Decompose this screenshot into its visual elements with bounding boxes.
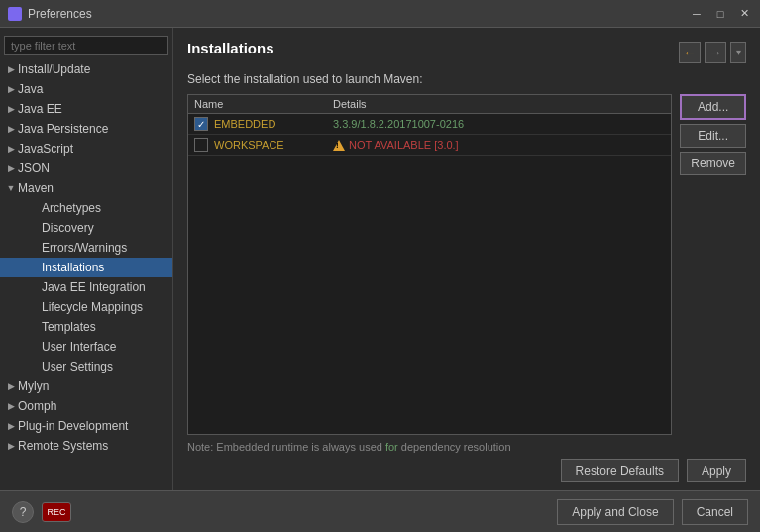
arrow-icon: ▶ <box>4 142 18 156</box>
sidebar-item-javascript[interactable]: ▶ JavaScript <box>0 139 172 159</box>
arrow-spacer <box>28 280 42 294</box>
sidebar-item-label: Install/Update <box>18 62 90 76</box>
footer-left: ? REC <box>12 501 549 523</box>
sidebar-item-installations[interactable]: Installations <box>0 258 172 277</box>
row-checkbox[interactable] <box>194 138 208 152</box>
arrow-icon: ▶ <box>4 439 18 453</box>
row-name: WORKSPACE <box>214 139 333 151</box>
sidebar-item-remote-systems[interactable]: ▶ Remote Systems <box>0 436 172 456</box>
arrow-spacer <box>28 221 42 235</box>
installations-table: Name Details ✓ EMBEDDED 3.3.9/1.8.2.2017… <box>187 94 672 435</box>
arrow-spacer <box>28 261 42 274</box>
sidebar-item-java-ee[interactable]: ▶ Java EE <box>0 99 172 119</box>
restore-defaults-button[interactable]: Restore Defaults <box>561 459 679 482</box>
sidebar-item-plugin-development[interactable]: ▶ Plug-in Development <box>0 416 172 436</box>
rec-button[interactable]: REC <box>42 502 71 522</box>
note-text: Note: Embedded runtime is always used fo… <box>187 441 746 453</box>
arrow-icon: ▶ <box>4 161 18 175</box>
sidebar-item-label: Discovery <box>42 221 94 235</box>
sidebar-item-java-persistence[interactable]: ▶ Java Persistence <box>0 119 172 139</box>
sidebar-item-archetypes[interactable]: Archetypes <box>0 198 172 218</box>
sidebar-item-label: JavaScript <box>18 142 73 156</box>
sidebar-item-label: Java Persistence <box>18 122 108 136</box>
arrow-icon: ▶ <box>4 82 18 96</box>
sidebar-item-label: Oomph <box>18 399 56 413</box>
add-button[interactable]: Add... <box>680 94 746 120</box>
arrow-icon: ▶ <box>4 399 18 413</box>
window-title: Preferences <box>28 7 689 21</box>
note-highlight: for <box>385 441 398 453</box>
row-details: NOT AVAILABLE [3.0.] <box>333 139 665 151</box>
arrow-icon: ▼ <box>4 181 18 195</box>
sidebar-item-lifecycle-mappings[interactable]: Lifecycle Mappings <box>0 297 172 317</box>
preferences-icon <box>8 7 22 21</box>
sidebar: ▶ Install/Update ▶ Java ▶ Java EE ▶ Java… <box>0 28 173 490</box>
sidebar-item-user-interface[interactable]: User Interface <box>0 337 172 357</box>
sidebar-item-maven[interactable]: ▼ Maven <box>0 178 172 198</box>
arrow-spacer <box>28 300 42 314</box>
arrow-spacer <box>28 320 42 334</box>
sidebar-item-label: Remote Systems <box>18 439 108 453</box>
sidebar-item-label: Lifecycle Mappings <box>42 300 143 314</box>
help-button[interactable]: ? <box>12 501 34 523</box>
sidebar-item-label: Java EE <box>18 102 62 116</box>
page-title: Installations <box>187 40 679 56</box>
apply-and-close-button[interactable]: Apply and Close <box>557 499 673 525</box>
sidebar-item-label: Java <box>18 82 43 96</box>
table-row[interactable]: ✓ EMBEDDED 3.3.9/1.8.2.20171007-0216 <box>188 114 671 135</box>
sidebar-item-label: JSON <box>18 161 50 175</box>
sidebar-item-label: Archetypes <box>42 201 101 215</box>
row-checkbox[interactable]: ✓ <box>194 117 208 131</box>
sidebar-item-java[interactable]: ▶ Java <box>0 79 172 99</box>
column-name-header: Name <box>194 98 333 110</box>
sidebar-item-label: Templates <box>42 320 96 334</box>
arrow-spacer <box>28 241 42 255</box>
arrow-icon: ▶ <box>4 379 18 393</box>
bottom-buttons: Restore Defaults Apply <box>187 459 746 482</box>
title-bar: Preferences ─ □ ✕ <box>0 0 760 28</box>
sidebar-item-label: User Settings <box>42 360 113 373</box>
sidebar-item-templates[interactable]: Templates <box>0 317 172 337</box>
row-name: EMBEDDED <box>214 118 333 130</box>
forward-button[interactable]: → <box>705 42 726 63</box>
nav-dropdown-button[interactable]: ▾ <box>730 42 746 63</box>
sidebar-item-oomph[interactable]: ▶ Oomph <box>0 396 172 416</box>
sidebar-item-label: Errors/Warnings <box>42 241 127 255</box>
warning-icon <box>333 140 345 151</box>
sidebar-item-discovery[interactable]: Discovery <box>0 218 172 238</box>
sidebar-item-label: Plug-in Development <box>18 419 128 433</box>
sidebar-item-mylyn[interactable]: ▶ Mylyn <box>0 376 172 396</box>
sidebar-item-label: User Interface <box>42 340 116 354</box>
cancel-button[interactable]: Cancel <box>682 499 748 525</box>
sidebar-item-errors-warnings[interactable]: Errors/Warnings <box>0 238 172 258</box>
remove-button[interactable]: Remove <box>680 152 746 175</box>
apply-button[interactable]: Apply <box>687 459 746 482</box>
arrow-spacer <box>28 360 42 373</box>
sidebar-item-install-update[interactable]: ▶ Install/Update <box>0 59 172 79</box>
window-controls: ─ □ ✕ <box>689 6 752 22</box>
filter-input[interactable] <box>4 36 168 55</box>
main-container: ▶ Install/Update ▶ Java ▶ Java EE ▶ Java… <box>0 28 760 490</box>
arrow-icon: ▶ <box>4 419 18 433</box>
table-row[interactable]: WORKSPACE NOT AVAILABLE [3.0.] <box>188 135 671 156</box>
arrow-spacer <box>28 201 42 215</box>
installations-panel: Name Details ✓ EMBEDDED 3.3.9/1.8.2.2017… <box>187 94 746 435</box>
sidebar-item-label: Java EE Integration <box>42 280 146 294</box>
back-button[interactable]: ← <box>679 42 701 63</box>
sidebar-item-label: Mylyn <box>18 379 49 393</box>
sidebar-item-java-ee-integration[interactable]: Java EE Integration <box>0 277 172 297</box>
minimize-button[interactable]: ─ <box>689 6 705 22</box>
sidebar-item-json[interactable]: ▶ JSON <box>0 159 172 178</box>
arrow-icon: ▶ <box>4 62 18 76</box>
arrow-spacer <box>28 340 42 354</box>
footer: ? REC Apply and Close Cancel <box>0 490 760 532</box>
edit-button[interactable]: Edit... <box>680 124 746 148</box>
sidebar-item-user-settings[interactable]: User Settings <box>0 357 172 376</box>
arrow-icon: ▶ <box>4 122 18 136</box>
sidebar-item-label: Maven <box>18 181 54 195</box>
column-details-header: Details <box>333 98 665 110</box>
table-header: Name Details <box>188 95 671 114</box>
arrow-icon: ▶ <box>4 102 18 116</box>
close-button[interactable]: ✕ <box>736 6 752 22</box>
maximize-button[interactable]: □ <box>712 6 728 22</box>
